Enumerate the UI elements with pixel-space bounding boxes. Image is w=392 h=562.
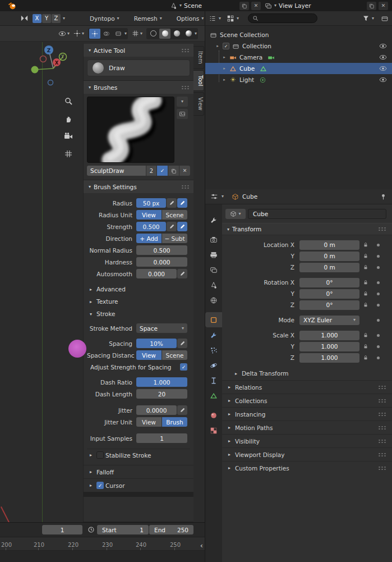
animate-dot-icon[interactable] (377, 345, 380, 348)
lock-icon[interactable] (359, 291, 372, 296)
spacing-view-button[interactable]: View (136, 350, 162, 360)
filter-icon[interactable] (362, 15, 370, 22)
symmetry-y-toggle[interactable]: Y (42, 14, 51, 23)
lock-icon[interactable] (359, 253, 372, 259)
hardness-slider[interactable]: 0.000 (136, 257, 187, 267)
eye-icon[interactable] (379, 65, 387, 72)
symmetry-icon[interactable] (20, 14, 29, 22)
texture-section-header[interactable]: ▸Texture (87, 295, 190, 308)
section-viewport-display[interactable]: ▸Viewport Display (222, 447, 392, 461)
move-view-hand-icon[interactable] (64, 115, 73, 124)
lock-icon[interactable] (359, 355, 372, 360)
scale-y-field[interactable]: 1.000 (299, 342, 359, 351)
scale-z-field[interactable]: 1.000 (299, 353, 359, 363)
tab-view[interactable]: View (193, 92, 204, 116)
section-relations[interactable]: ▸Relations (222, 380, 392, 394)
stabilize-stroke-checkbox[interactable] (96, 451, 104, 459)
advanced-section-header[interactable]: ▸Advanced (87, 283, 190, 295)
location-y-field[interactable]: 0 m (299, 252, 359, 261)
expand-arrow-icon[interactable]: ▸ (222, 55, 227, 60)
panel-grip-icon[interactable] (378, 453, 387, 457)
panel-grip-icon[interactable] (378, 399, 387, 403)
dash-length-slider[interactable]: 20 (136, 389, 187, 399)
xray-toggle[interactable] (113, 29, 124, 39)
strength-tablet-button[interactable] (177, 222, 187, 231)
tab-physics-properties[interactable] (205, 358, 222, 373)
shading-solid-button[interactable] (159, 29, 170, 39)
chevron-down-icon[interactable]: ▾ (222, 194, 224, 199)
stabilize-stroke-header[interactable]: ▸ Stabilize Stroke (87, 449, 190, 461)
select-mode-dropdown[interactable]: ▾ (73, 30, 84, 37)
camera-data-icon[interactable] (268, 54, 275, 61)
spacing-slider[interactable]: 10% (136, 339, 177, 348)
rotation-mode-dropdown[interactable]: XYZ Euler▾ (299, 316, 359, 325)
adjust-strength-checkbox[interactable]: ✓ (180, 363, 187, 371)
autosmooth-slider[interactable]: 0.000 (136, 269, 177, 278)
new-scene-button[interactable] (239, 2, 249, 10)
tab-object-properties[interactable] (205, 312, 222, 327)
cursor-checkbox[interactable]: ✓ (96, 482, 104, 489)
current-frame-field[interactable]: 1 (42, 525, 82, 534)
fake-user-toggle[interactable]: ✓ (157, 166, 168, 176)
radius-slider[interactable]: 50 px (136, 198, 166, 208)
delete-view-layer-button[interactable]: ✕ (379, 2, 388, 10)
spacing-pressure-button[interactable] (177, 339, 187, 348)
toggle-ortho-icon[interactable] (64, 149, 73, 158)
animate-dot-icon[interactable] (377, 319, 380, 322)
radius-unit-view-button[interactable]: View (136, 210, 162, 220)
panel-grip-icon[interactable] (378, 385, 387, 390)
panel-grip-icon[interactable] (181, 85, 190, 90)
chevron-down-icon[interactable]: ▾ (237, 16, 239, 21)
cursor-panel-header[interactable]: ▸ ✓ Cursor (84, 478, 193, 492)
location-z-field[interactable]: 0 m (299, 263, 359, 272)
new-collection-icon[interactable] (381, 15, 389, 22)
falloff-panel-header[interactable]: ▸Falloff (84, 465, 193, 478)
tab-tool[interactable]: Tool (193, 70, 204, 91)
tab-item[interactable]: Item (193, 46, 204, 69)
lock-icon[interactable] (359, 344, 372, 349)
tab-particle-properties[interactable] (205, 342, 222, 358)
brush-preview[interactable] (87, 97, 174, 163)
radius-tablet-button[interactable] (177, 198, 187, 208)
stroke-section-header[interactable]: ▾Stroke (87, 308, 190, 320)
lock-icon[interactable] (359, 332, 372, 338)
lock-icon[interactable] (359, 280, 372, 285)
section-motion-paths[interactable]: ▸Motion Paths (222, 421, 392, 434)
tab-render-properties[interactable] (205, 232, 222, 247)
delta-transform-header[interactable]: ▸Delta Transform (222, 367, 392, 380)
eye-icon[interactable] (379, 53, 387, 61)
clock-icon[interactable] (87, 526, 95, 533)
view-layer-selector[interactable]: ▾ View Layer ✕ (265, 1, 388, 11)
start-frame-field[interactable]: Start 1 (97, 525, 149, 534)
section-visibility[interactable]: ▸Visibility (222, 434, 392, 447)
panel-grip-icon[interactable] (378, 466, 387, 470)
overlay-extra-dropdown[interactable]: ▾ (132, 30, 142, 37)
end-frame-field[interactable]: End 250 (149, 525, 193, 534)
chevron-down-icon[interactable]: ▾ (219, 16, 221, 21)
direction-add-button[interactable]: + Add (136, 234, 162, 243)
brush-settings-panel-header[interactable]: ▾ Brush Settings (84, 180, 193, 193)
tab-output-properties[interactable] (205, 247, 222, 262)
outliner-row-scene-collection[interactable]: Scene Collection (205, 29, 392, 40)
active-tool-panel-header[interactable]: ▾ Active Tool (84, 44, 193, 57)
unlink-brush-button[interactable]: ✕ (179, 166, 190, 176)
shading-rendered-button[interactable] (183, 29, 194, 39)
input-samples-slider[interactable]: 1 (136, 433, 187, 443)
strength-slider[interactable]: 0.500 (136, 222, 166, 231)
jitter-pressure-button[interactable] (177, 405, 187, 415)
tab-constraint-properties[interactable] (205, 373, 222, 388)
section-instancing[interactable]: ▸Instancing (222, 407, 392, 421)
shading-wireframe-button[interactable] (147, 29, 159, 39)
light-data-icon[interactable] (259, 76, 266, 84)
brush-select-dropdown[interactable]: ▾ (177, 97, 188, 107)
expand-arrow-icon[interactable]: ▸ (222, 66, 227, 71)
tab-object-data-properties[interactable] (205, 388, 222, 403)
panel-grip-icon[interactable] (378, 426, 387, 430)
scale-x-field[interactable]: 1.000 (299, 331, 359, 340)
active-tool-draw[interactable]: Draw (87, 60, 190, 76)
animate-dot-icon[interactable] (377, 255, 380, 258)
jitter-brush-button[interactable]: Brush (162, 417, 187, 427)
brush-user-count[interactable]: 2 (146, 166, 156, 176)
strength-pressure-button[interactable] (167, 222, 177, 231)
eye-icon[interactable] (379, 42, 387, 50)
